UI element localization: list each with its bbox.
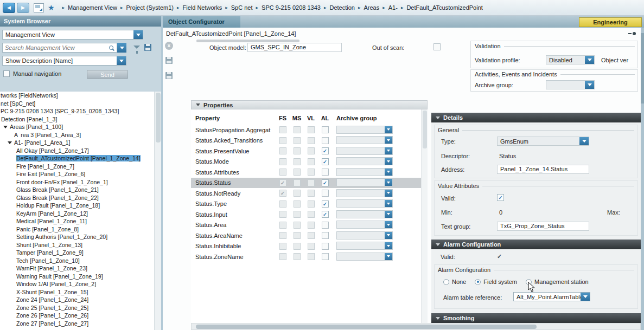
save-filter-icon[interactable]: [144, 44, 151, 51]
vl-checkbox[interactable]: [308, 179, 315, 186]
discard-button[interactable]: ×: [165, 42, 173, 50]
description-dropdown[interactable]: Show Description [Name]: [2, 56, 126, 66]
breadcrumb-item[interactable]: SPC 9-215 0208 1343: [262, 4, 321, 11]
archive-group-dropdown[interactable]: [336, 199, 393, 208]
ms-checkbox[interactable]: [294, 200, 301, 208]
breadcrumb-item[interactable]: DetFault_ATcustomizedPoint: [406, 4, 482, 11]
fs-checkbox[interactable]: [279, 137, 286, 144]
archive-group-dropdown[interactable]: [336, 189, 393, 197]
valid-checkbox[interactable]: [497, 194, 504, 201]
collapse-arrow-icon[interactable]: [436, 317, 440, 320]
property-row[interactable]: Status.AreaName: [191, 230, 421, 241]
favorite-star-icon[interactable]: ★: [48, 4, 55, 11]
chevron-down-icon[interactable]: [133, 30, 143, 39]
archive-group-dropdown[interactable]: [336, 136, 393, 144]
chevron-down-icon[interactable]: [385, 126, 392, 133]
property-row[interactable]: Status.Acked_Transitions: [191, 135, 421, 146]
forward-button[interactable]: ▶: [17, 3, 29, 13]
chevron-down-icon[interactable]: [385, 169, 392, 176]
al-checkbox[interactable]: [322, 179, 329, 186]
chevron-down-icon[interactable]: [585, 81, 594, 89]
vl-checkbox[interactable]: [308, 137, 315, 144]
horizontal-scrollbar-thumb[interactable]: [196, 325, 537, 329]
ms-checkbox[interactable]: [294, 253, 301, 260]
tree-item[interactable]: A rea 3 [Panel_1_Area_3]: [0, 131, 154, 139]
breadcrumb-item[interactable]: A1-: [388, 4, 398, 11]
chevron-down-icon[interactable]: [385, 242, 392, 249]
properties-section-header[interactable]: Properties: [191, 100, 428, 109]
ms-checkbox[interactable]: [294, 211, 301, 218]
vl-checkbox[interactable]: [308, 200, 315, 208]
al-checkbox[interactable]: [322, 126, 329, 133]
tree-item[interactable]: A1- [Panel_1_Area_1]: [0, 139, 154, 147]
ms-checkbox[interactable]: [294, 126, 301, 133]
tree-item[interactable]: Warning Fault [Panel_1_Zone_19]: [0, 273, 154, 281]
tree-item[interactable]: Zone 27 [Panel_1_Zone_27]: [0, 320, 154, 328]
save-all-button[interactable]: [165, 72, 173, 79]
chevron-down-icon[interactable]: [385, 221, 392, 228]
al-checkbox[interactable]: [322, 222, 329, 229]
alarm-table-reference-dropdown[interactable]: Alt_My_Point.AlarmTable: [513, 292, 590, 301]
fs-checkbox[interactable]: [279, 158, 286, 165]
al-checkbox[interactable]: [322, 211, 329, 218]
chevron-down-icon[interactable]: [385, 253, 392, 260]
al-checkbox[interactable]: [322, 253, 329, 260]
vl-checkbox[interactable]: [308, 158, 315, 165]
tree-item[interactable]: Setting Authoris [Panel_1_Zone_20]: [0, 233, 154, 241]
property-row[interactable]: Status.PresentValue: [191, 146, 421, 157]
ms-checkbox[interactable]: [294, 147, 301, 154]
al-checkbox[interactable]: [322, 190, 329, 197]
fs-checkbox[interactable]: [279, 211, 286, 218]
tree-item[interactable]: WarnFlt [Panel_1_Zone_23]: [0, 264, 154, 273]
tree-item[interactable]: Medical [Panel_1_Zone_11]: [0, 217, 154, 225]
tree-scrollbar[interactable]: [154, 92, 161, 330]
tree-item[interactable]: net [SpC_net]: [0, 100, 154, 108]
tree-item[interactable]: Front door-En/Ex [Panel_1_Zone_1]: [0, 178, 154, 186]
collapse-arrow-icon[interactable]: [436, 243, 440, 246]
horizontal-scrollbar[interactable]: [191, 323, 641, 330]
radio-icon[interactable]: [475, 279, 481, 285]
al-checkbox[interactable]: [322, 243, 329, 250]
expander-icon[interactable]: [8, 141, 12, 144]
fs-checkbox[interactable]: [279, 190, 286, 197]
property-row[interactable]: Status.Area: [191, 220, 421, 231]
archive-group-dropdown[interactable]: [336, 253, 393, 261]
property-row[interactable]: Status.Input: [191, 209, 421, 220]
al-checkbox[interactable]: [322, 158, 329, 165]
vl-checkbox[interactable]: [308, 169, 315, 176]
property-row[interactable]: Status.Status: [191, 178, 421, 189]
collapse-arrow-icon[interactable]: [196, 103, 200, 106]
ms-checkbox[interactable]: [294, 232, 301, 239]
chevron-down-icon[interactable]: [385, 147, 392, 154]
tree-item[interactable]: Areas [Panel_1_100]: [0, 123, 154, 131]
filter-icon[interactable]: [133, 46, 140, 49]
tree-item[interactable]: PC 9-215 0208 1343 [SPC_9-215_0208_1343]: [0, 107, 154, 115]
chevron-down-icon[interactable]: [385, 211, 392, 218]
property-row[interactable]: Status.Mode: [191, 157, 421, 167]
ms-checkbox[interactable]: [294, 222, 301, 229]
tree-item[interactable]: tworks [FieldNetworks]: [0, 92, 154, 100]
archive-group-dropdown[interactable]: [336, 168, 393, 176]
vl-checkbox[interactable]: [308, 211, 315, 218]
al-checkbox[interactable]: [322, 137, 329, 144]
chevron-down-icon[interactable]: [579, 137, 589, 145]
al-checkbox[interactable]: [322, 200, 329, 208]
fs-checkbox[interactable]: [279, 147, 286, 154]
tree-item[interactable]: Panic [Panel_1_Zone_8]: [0, 225, 154, 234]
tree-item[interactable]: X-Shunt [Panel_1_Zone_15]: [0, 288, 154, 296]
send-button[interactable]: Send: [87, 70, 128, 79]
breadcrumb-item[interactable]: Detection: [329, 4, 354, 11]
ms-checkbox[interactable]: [294, 243, 301, 250]
vl-checkbox[interactable]: [308, 190, 315, 197]
alarm-valid-check-icon[interactable]: [497, 253, 502, 260]
tree-item[interactable]: Fire [Panel_1_Zone_7]: [0, 163, 154, 171]
chevron-down-icon[interactable]: [385, 179, 392, 186]
archive-group-dropdown[interactable]: [336, 147, 393, 155]
type-dropdown[interactable]: GmsEnum: [497, 137, 589, 146]
save-button[interactable]: [165, 57, 173, 64]
address-field[interactable]: Panel_1_Zone_14.Status: [497, 165, 589, 174]
fs-checkbox[interactable]: [279, 222, 286, 229]
chevron-down-icon[interactable]: [385, 232, 392, 239]
tab-object-configurator[interactable]: Object Configurator: [163, 16, 240, 28]
tree-item[interactable]: Tech [Panel_1_Zone_10]: [0, 257, 154, 265]
